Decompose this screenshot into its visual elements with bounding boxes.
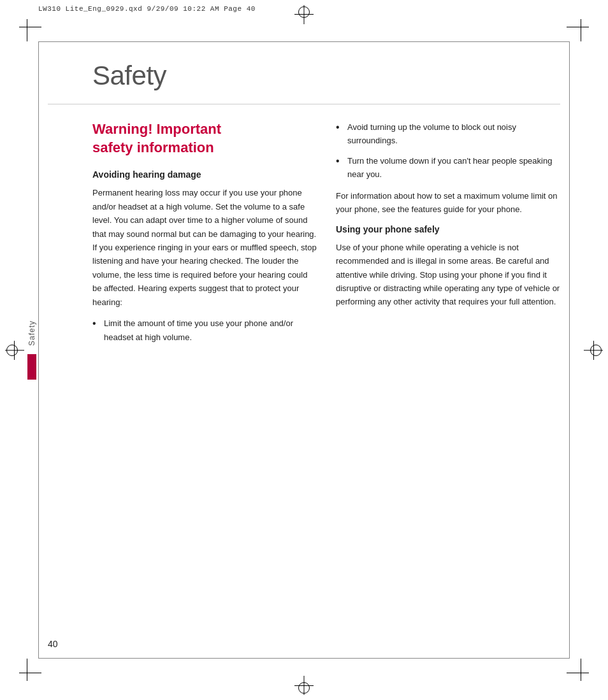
crop-mark-bl-h xyxy=(19,673,41,673)
section2-body: Use of your phone while operating a vehi… xyxy=(336,241,560,309)
right-column: Avoid turning up the volume to block out… xyxy=(336,120,560,352)
left-bullet-item-1: Limit the amount of time you use your ph… xyxy=(92,317,317,344)
crop-mark-br-h xyxy=(567,673,589,673)
warning-heading: Warning! Important safety information xyxy=(92,120,317,157)
crop-mark-tl-h xyxy=(19,27,41,27)
page-number: 40 xyxy=(48,639,58,649)
sidebar-accent-bar xyxy=(27,354,36,380)
page-border-bottom xyxy=(38,658,570,659)
left-bullet-list: Limit the amount of time you use your ph… xyxy=(92,317,317,344)
crop-mark-tr-v xyxy=(581,19,581,41)
title-divider xyxy=(48,104,560,104)
reg-left-circle xyxy=(6,345,18,356)
section1-heading: Avoiding hearing damage xyxy=(92,169,317,180)
crop-mark-tl-v xyxy=(27,19,27,41)
left-column: Warning! Important safety information Av… xyxy=(92,120,317,352)
section2-heading: Using your phone safely xyxy=(336,224,560,234)
right-bullet-item-1: Avoid turning up the volume to block out… xyxy=(336,120,560,148)
two-column-layout: Warning! Important safety information Av… xyxy=(92,120,560,352)
warning-heading-line2: safety information xyxy=(92,139,214,155)
printer-info: LW310 Lite_Eng_0929.qxd 9/29/09 10:22 AM… xyxy=(38,5,256,13)
page-border-right xyxy=(569,41,570,659)
info-text: For information about how to set a maxim… xyxy=(336,189,560,217)
reg-right-circle xyxy=(590,345,602,356)
page-border-top xyxy=(38,41,570,42)
section1-body: Permanent hearing loss may occur if you … xyxy=(92,186,317,309)
right-bullet-list: Avoid turning up the volume to block out… xyxy=(336,120,560,182)
crop-mark-bl-v xyxy=(27,659,27,681)
crop-mark-br-v xyxy=(581,659,581,681)
sidebar-label: Safety xyxy=(27,320,36,346)
reg-bottom-circle xyxy=(298,682,310,694)
right-bullet-item-2: Turn the volume down if you can't hear p… xyxy=(336,154,560,182)
reg-top-circle xyxy=(298,6,310,18)
page-title: Safety xyxy=(92,61,560,91)
content-area: Safety Warning! Important safety informa… xyxy=(48,48,560,652)
sidebar-container: Safety xyxy=(22,127,41,573)
warning-heading-line1: Warning! Important xyxy=(92,121,221,137)
crop-mark-tr-h xyxy=(567,27,589,27)
